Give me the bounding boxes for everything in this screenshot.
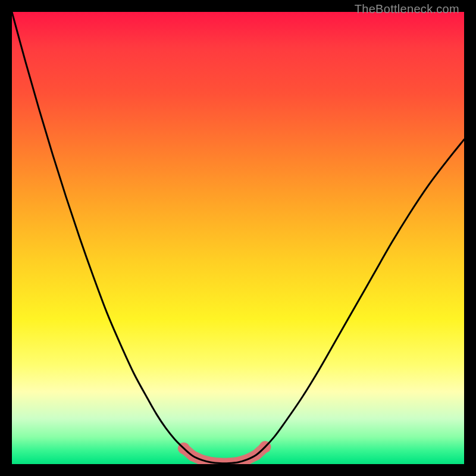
optimal-range-dot [187, 450, 198, 461]
optimal-range-dots [178, 441, 271, 464]
bottleneck-curve [12, 12, 464, 464]
optimal-range-dot [233, 457, 243, 464]
optimal-range-dot [196, 455, 207, 464]
optimal-range-dot [250, 450, 261, 461]
optimal-range-dot [215, 458, 226, 464]
optimal-range-dot [178, 442, 190, 454]
optimal-range-dot [205, 457, 216, 464]
optimal-range-dot [242, 454, 252, 464]
plot-area [12, 12, 464, 464]
optimal-range-dot [259, 441, 271, 453]
watermark-text: TheBottleneck.com [355, 2, 459, 16]
chart-frame: TheBottleneck.com [0, 0, 476, 476]
chart-svg [12, 12, 464, 464]
optimal-range-marker [184, 447, 265, 463]
optimal-range-dot [224, 458, 234, 464]
